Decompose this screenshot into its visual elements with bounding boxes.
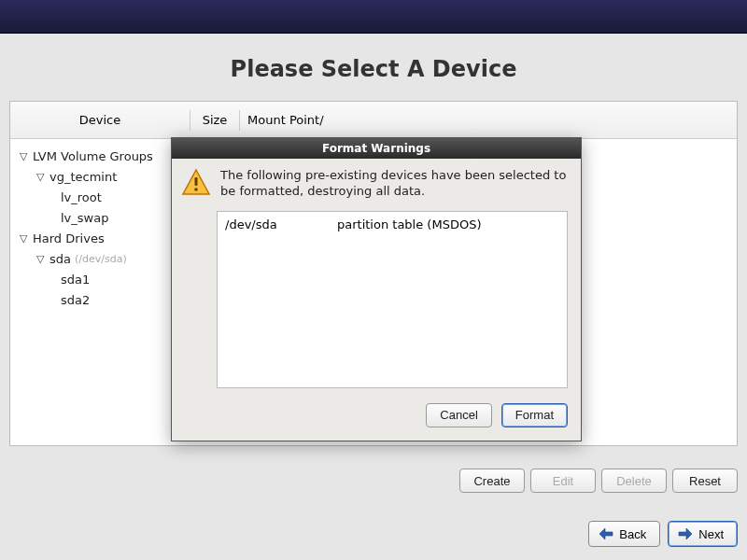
back-button[interactable]: Back	[588, 521, 660, 547]
page-title: Please Select A Device	[0, 34, 747, 101]
panel-button-row: Create Edit Delete Reset	[459, 469, 738, 493]
tree-label: Hard Drives	[33, 229, 105, 249]
column-device[interactable]: Device	[10, 113, 190, 127]
arrow-left-icon	[599, 527, 613, 540]
window-header-bar	[0, 0, 747, 34]
column-size[interactable]: Size	[190, 113, 239, 127]
svg-point-1	[194, 188, 198, 191]
create-button[interactable]: Create	[459, 469, 525, 493]
edit-button: Edit	[530, 469, 596, 493]
expand-toggle-icon[interactable]: ▽	[36, 167, 49, 188]
delete-button: Delete	[601, 469, 667, 493]
column-mount-point[interactable]: Mount Point/	[240, 113, 324, 127]
device-desc: partition table (MSDOS)	[337, 217, 481, 231]
next-button[interactable]: Next	[668, 521, 738, 547]
arrow-right-icon	[678, 527, 693, 540]
tree-label: sda1	[61, 270, 90, 290]
svg-rect-0	[195, 177, 198, 186]
format-warnings-dialog: Format Warnings The following pre-existi…	[171, 137, 582, 441]
reset-button[interactable]: Reset	[672, 469, 738, 493]
format-button[interactable]: Format	[501, 403, 568, 427]
device-path: /dev/sda	[225, 217, 337, 231]
tree-label: sda2	[61, 290, 90, 311]
back-label: Back	[619, 527, 646, 541]
tree-label: lv_swap	[61, 208, 108, 229]
expand-toggle-icon[interactable]: ▽	[20, 147, 33, 167]
dialog-message: The following pre-existing devices have …	[220, 168, 568, 200]
warning-icon	[181, 168, 211, 198]
nav-button-row: Back Next	[588, 521, 738, 547]
dialog-body: The following pre-existing devices have …	[172, 159, 581, 203]
tree-label: lv_root	[61, 188, 102, 208]
table-header: Device Size Mount Point/	[10, 102, 737, 139]
tree-label: vg_tecmint	[49, 167, 117, 188]
device-warning-row: /dev/sda partition table (MSDOS)	[225, 217, 559, 231]
dialog-title: Format Warnings	[172, 138, 581, 159]
expand-toggle-icon[interactable]: ▽	[36, 249, 49, 270]
expand-toggle-icon[interactable]: ▽	[20, 229, 33, 249]
cancel-button[interactable]: Cancel	[426, 403, 491, 427]
dialog-button-row: Cancel Format	[172, 394, 581, 441]
tree-label: LVM Volume Groups	[33, 147, 153, 167]
tree-label: sda	[49, 249, 71, 270]
next-label: Next	[698, 527, 724, 541]
device-warning-list: /dev/sda partition table (MSDOS)	[217, 211, 568, 388]
device-path-sub: (/dev/sda)	[75, 249, 127, 270]
